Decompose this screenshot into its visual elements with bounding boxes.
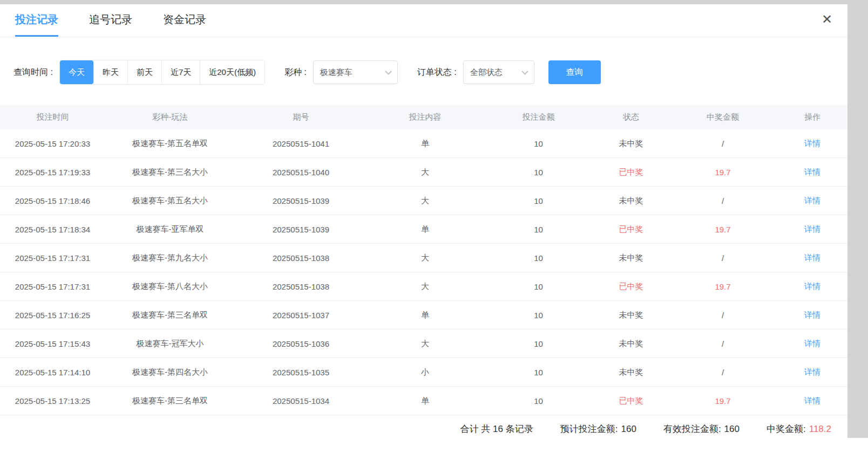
table-row: 2025-05-15 17:19:33极速赛车-第三名大小20250515-10… — [0, 158, 847, 187]
order-status-value: 全部状态 — [470, 67, 503, 78]
header-lottery-play: 彩种-玩法 — [105, 112, 235, 122]
summary-valid-amount: 有效投注金额:160 — [663, 423, 740, 435]
close-icon[interactable]: ✕ — [822, 13, 832, 26]
summary-prize-label: 中奖金额: — [767, 424, 806, 434]
detail-link[interactable]: 详情 — [777, 339, 847, 349]
summary-total: 合计 共 16 条记录 — [460, 423, 533, 435]
cell-issue: 20250515-1035 — [235, 368, 367, 377]
cell-lottery-play: 极速赛车-第九名大小 — [105, 253, 235, 263]
cell-bet-time: 2025-05-15 17:18:46 — [0, 196, 105, 205]
cell-prize: 19.7 — [668, 225, 777, 234]
cell-bet-amount: 10 — [483, 196, 594, 205]
cell-bet-time: 2025-05-15 17:15:43 — [0, 339, 105, 348]
cell-status: 未中奖 — [594, 196, 668, 206]
summary-footer: 合计 共 16 条记录 预计投注金额:160 有效投注金额:160 中奖金额:1… — [0, 415, 847, 442]
summary-expected-label: 预计投注金额: — [560, 424, 618, 434]
cell-bet-time: 2025-05-15 17:18:34 — [0, 225, 105, 234]
detail-link[interactable]: 详情 — [777, 139, 847, 149]
detail-link[interactable]: 详情 — [777, 196, 847, 206]
summary-valid-label: 有效投注金额: — [663, 424, 721, 434]
time-option-day-before[interactable]: 前天 — [127, 60, 161, 84]
cell-bet-content: 单 — [367, 139, 483, 149]
table-body: 2025-05-15 17:20:33极速赛车-第五名单双20250515-10… — [0, 129, 847, 415]
summary-expected-value: 160 — [621, 424, 636, 434]
cell-status: 未中奖 — [594, 139, 668, 149]
order-status-select[interactable]: 全部状态 — [463, 60, 534, 84]
cell-bet-amount: 10 — [483, 339, 594, 348]
cell-lottery-play: 极速赛车-第三名大小 — [105, 167, 235, 177]
tab-betting-records[interactable]: 投注记录 — [15, 4, 58, 37]
records-table: 投注时间 彩种-玩法 期号 投注内容 投注金额 状态 中奖金额 操作 2025-… — [0, 105, 847, 415]
lottery-type-value: 极速赛车 — [320, 67, 352, 78]
cell-lottery-play: 极速赛车-第八名大小 — [105, 282, 235, 292]
cell-bet-content: 单 — [367, 396, 483, 406]
time-option-last7days[interactable]: 近7天 — [161, 60, 200, 84]
cell-prize: / — [668, 253, 777, 263]
cell-issue: 20250515-1036 — [235, 339, 367, 348]
cell-lottery-play: 极速赛车-第四名大小 — [105, 367, 235, 378]
cell-prize: 19.7 — [668, 282, 777, 291]
cell-bet-content: 大 — [367, 282, 483, 292]
summary-prize-value: 118.2 — [809, 424, 831, 434]
cell-bet-amount: 10 — [483, 168, 594, 177]
tab-funds-records[interactable]: 资金记录 — [163, 4, 206, 37]
table-row: 2025-05-15 17:20:33极速赛车-第五名单双20250515-10… — [0, 129, 847, 158]
cell-bet-amount: 10 — [483, 282, 594, 291]
cell-prize: / — [668, 139, 777, 148]
cell-issue: 20250515-1041 — [235, 139, 367, 148]
detail-link[interactable]: 详情 — [777, 224, 847, 235]
time-option-last20days[interactable]: 近20天(低频) — [200, 60, 265, 84]
time-filter-label: 查询时间 : — [13, 67, 53, 78]
cell-bet-amount: 10 — [483, 225, 594, 234]
lottery-type-label: 彩种 : — [284, 67, 307, 78]
cell-bet-time: 2025-05-15 17:20:33 — [0, 139, 105, 148]
cell-bet-amount: 10 — [483, 253, 594, 263]
table-row: 2025-05-15 17:16:25极速赛车-第三名单双20250515-10… — [0, 301, 847, 330]
cell-prize: / — [668, 196, 777, 205]
detail-link[interactable]: 详情 — [777, 282, 847, 292]
cell-status: 已中奖 — [594, 167, 668, 177]
summary-expected-amount: 预计投注金额:160 — [560, 423, 636, 435]
cell-bet-content: 小 — [367, 367, 483, 378]
cell-issue: 20250515-1034 — [235, 396, 367, 406]
time-option-today[interactable]: 今天 — [60, 60, 93, 84]
table-row: 2025-05-15 17:17:31极速赛车-第八名大小20250515-10… — [0, 272, 847, 301]
tab-chase-records[interactable]: 追号记录 — [89, 4, 132, 37]
cell-bet-time: 2025-05-15 17:17:31 — [0, 282, 105, 291]
cell-bet-time: 2025-05-15 17:13:25 — [0, 396, 105, 406]
cell-lottery-play: 极速赛车-冠军大小 — [105, 339, 235, 349]
cell-bet-amount: 10 — [483, 396, 594, 406]
cell-bet-time: 2025-05-15 17:19:33 — [0, 168, 105, 177]
detail-link[interactable]: 详情 — [777, 396, 847, 406]
query-button[interactable]: 查询 — [548, 60, 601, 84]
lottery-type-select[interactable]: 极速赛车 — [313, 60, 398, 84]
detail-link[interactable]: 详情 — [777, 253, 847, 263]
detail-link[interactable]: 详情 — [777, 310, 847, 320]
cell-issue: 20250515-1040 — [235, 168, 367, 177]
cell-status: 已中奖 — [594, 282, 668, 292]
table-header-row: 投注时间 彩种-玩法 期号 投注内容 投注金额 状态 中奖金额 操作 — [0, 105, 847, 129]
detail-link[interactable]: 详情 — [777, 367, 847, 378]
detail-link[interactable]: 详情 — [777, 167, 847, 177]
table-row: 2025-05-15 17:14:10极速赛车-第四名大小20250515-10… — [0, 358, 847, 387]
table-row: 2025-05-15 17:15:43极速赛车-冠军大小20250515-103… — [0, 330, 847, 358]
cell-lottery-play: 极速赛车-第五名单双 — [105, 139, 235, 149]
header-action: 操作 — [777, 112, 847, 122]
page-background-right — [847, 4, 868, 438]
cell-lottery-play: 极速赛车-亚军单双 — [105, 224, 235, 235]
table-row: 2025-05-15 17:13:25极速赛车-第三名单双20250515-10… — [0, 387, 847, 415]
filter-bar: 查询时间 : 今天 昨天 前天 近7天 近20天(低频) 彩种 : 极速赛车 订… — [13, 60, 847, 85]
order-status-label: 订单状态 : — [417, 67, 457, 78]
time-option-yesterday[interactable]: 昨天 — [93, 60, 127, 84]
tab-bar: 投注记录 追号记录 资金记录 ✕ — [0, 4, 847, 37]
cell-prize: / — [668, 339, 777, 348]
cell-prize: 19.7 — [668, 168, 777, 177]
cell-status: 已中奖 — [594, 224, 668, 235]
cell-bet-time: 2025-05-15 17:17:31 — [0, 253, 105, 263]
cell-lottery-play: 极速赛车-第三名单双 — [105, 396, 235, 406]
cell-status: 未中奖 — [594, 253, 668, 263]
chevron-down-icon — [385, 68, 392, 75]
cell-bet-content: 大 — [367, 196, 483, 206]
cell-bet-amount: 10 — [483, 139, 594, 148]
header-bet-time: 投注时间 — [0, 112, 105, 122]
